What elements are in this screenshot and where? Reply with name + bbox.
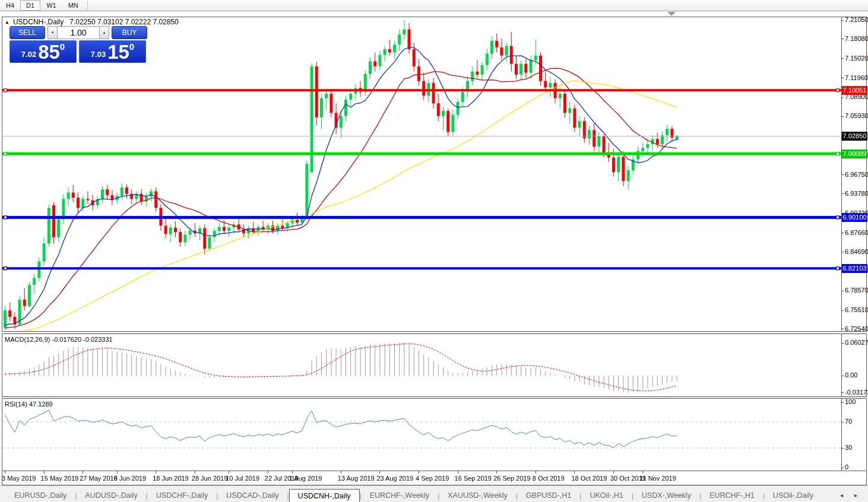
price-axis-tick bbox=[841, 291, 844, 291]
one-click-trading-widget: SELL ▾ ▴ BUY 7.02850 7.03150 bbox=[9, 26, 147, 63]
date-axis-label: 18 Jun 2019 bbox=[153, 475, 189, 482]
sell-price-panel[interactable]: 7.02850 bbox=[9, 40, 77, 63]
rsi-axis-tick bbox=[841, 402, 844, 403]
timeframe-button-h4[interactable]: H4 bbox=[0, 0, 20, 11]
mt4-window: H4D1W1MN ▲USDCNH-,Daily7.02250 7.03102 7… bbox=[0, 0, 868, 502]
sell-price-point: 0 bbox=[60, 42, 65, 52]
macd-axis-tick bbox=[841, 343, 844, 344]
tab-usoil-daily[interactable]: USOil-,Daily bbox=[765, 489, 822, 502]
price-axis-label: 6.93780 bbox=[845, 190, 868, 197]
date-axis-tick bbox=[292, 471, 293, 474]
tab-xauusd-weekly[interactable]: XAUUSD-,Weekly bbox=[439, 489, 515, 502]
tab-usdcnh-daily[interactable]: USDCNH-,Daily bbox=[289, 489, 360, 502]
volume-input[interactable] bbox=[58, 26, 99, 39]
date-axis-label: 27 May 2019 bbox=[80, 475, 118, 482]
tab-eurchf-h1[interactable]: EURCHF-,H1 bbox=[701, 489, 763, 502]
price-axis-label: 7.05930 bbox=[845, 112, 868, 119]
price-axis-tick bbox=[841, 116, 844, 117]
price-axis-tick bbox=[841, 78, 844, 78]
macd-axis-label: 0.00 bbox=[845, 371, 857, 379]
rsi-axis-tick bbox=[841, 468, 844, 468]
buy-price-panel[interactable]: 7.03150 bbox=[79, 40, 146, 63]
macd-values: -0.017620 -0.023331 bbox=[52, 336, 112, 343]
price-axis-label: 6.75510 bbox=[845, 306, 868, 313]
chart-tabs-bar: EURUSD-,Daily|AUDUSD-,Daily|USDCHF-,Dail… bbox=[0, 485, 868, 502]
tab-usdcad-daily[interactable]: USDCAD-,Daily bbox=[218, 489, 287, 502]
date-axis-tick bbox=[613, 471, 614, 474]
date-axis-label: 4 Sep 2019 bbox=[416, 475, 449, 482]
price-axis-tick bbox=[841, 252, 844, 252]
timeframe-button-w1[interactable]: W1 bbox=[40, 0, 62, 11]
rsi-axis-label: 100 bbox=[845, 398, 856, 405]
price-badge-7-00089: 7.00089 bbox=[842, 150, 867, 158]
date-axis-label: 10 Jul 2019 bbox=[226, 475, 259, 482]
main-price-chart[interactable] bbox=[2, 17, 841, 331]
date-axis-label: 1 Aug 2019 bbox=[289, 475, 322, 482]
price-axis-label: 7.15020 bbox=[845, 55, 868, 62]
volume-decrease-button[interactable]: ▾ bbox=[47, 26, 58, 39]
macd-axis-tick bbox=[841, 392, 844, 393]
date-axis-label: 23 Aug 2019 bbox=[376, 475, 413, 482]
date-axis-tick bbox=[536, 471, 536, 474]
price-axis-tick bbox=[841, 310, 844, 311]
collapse-arrow-icon[interactable]: ▲ bbox=[5, 20, 9, 25]
date-axis-label: 8 Oct 2019 bbox=[533, 475, 565, 482]
chart-title: USDCNH-,Daily bbox=[13, 18, 64, 26]
date-axis-label: 15 May 2019 bbox=[41, 475, 79, 482]
tab-scroll-right-icon[interactable]: ► bbox=[853, 493, 859, 498]
chart-ohlc-values: 7.02250 7.03102 7.02222 7.02850 bbox=[69, 18, 179, 26]
date-axis-label: 13 Aug 2019 bbox=[338, 475, 375, 482]
tab-eurusd-daily[interactable]: EURUSD-,Daily bbox=[6, 489, 75, 502]
rsi-indicator-pane[interactable] bbox=[2, 399, 841, 471]
rsi-label: RSI(14) 47.1289 bbox=[5, 401, 53, 408]
chart-shift-marker-icon[interactable] bbox=[667, 12, 676, 16]
price-axis-label: 7.21050 bbox=[845, 16, 868, 23]
tab-usdchf-daily[interactable]: USDCHF-,Daily bbox=[148, 489, 217, 502]
tab-ukoil-h1[interactable]: UKOil-,H1 bbox=[581, 489, 631, 502]
macd-axis-tick bbox=[841, 376, 844, 376]
buy-button[interactable]: BUY bbox=[112, 26, 147, 39]
date-axis-tick bbox=[379, 471, 380, 474]
tab-usdx-weekly[interactable]: USDX-,Weekly bbox=[633, 489, 699, 502]
date-axis-label: 18 Oct 2019 bbox=[571, 475, 607, 482]
date-axis-tick bbox=[642, 471, 643, 474]
date-axis-tick bbox=[496, 471, 497, 474]
timeframe-button-mn[interactable]: MN bbox=[62, 0, 84, 11]
chart-tabs: EURUSD-,Daily|AUDUSD-,Daily|USDCHF-,Dail… bbox=[6, 489, 822, 502]
price-axis-tick bbox=[841, 193, 844, 194]
timeframe-button-d1[interactable]: D1 bbox=[20, 0, 40, 11]
sell-button[interactable]: SELL bbox=[9, 26, 45, 39]
volume-increase-button[interactable]: ▴ bbox=[99, 26, 109, 39]
price-axis-tick bbox=[841, 174, 844, 175]
price-axis-tick bbox=[841, 20, 844, 21]
price-axis-tick bbox=[841, 329, 844, 329]
rsi-axis-tick bbox=[841, 422, 844, 422]
buy-price-integer: 7.03 bbox=[91, 50, 106, 59]
rsi-value: 47.1289 bbox=[29, 401, 53, 408]
price-badge-7-02850: 7.02850 bbox=[842, 132, 867, 141]
tab-gbpusd-h1[interactable]: GBPUSD-,H1 bbox=[518, 489, 579, 502]
tab-scroll-left-icon[interactable]: ◄ bbox=[839, 493, 844, 498]
toolbar-separator bbox=[87, 1, 88, 9]
macd-label: MACD(12,26,9) -0.017620 -0.023331 bbox=[5, 336, 113, 343]
rsi-axis-tick bbox=[841, 448, 844, 449]
date-axis-tick bbox=[195, 471, 195, 474]
date-axis-tick bbox=[5, 471, 5, 474]
buy-price-pips: 15 bbox=[107, 44, 129, 61]
price-badge-6-90100: 6.90100 bbox=[842, 213, 867, 222]
date-axis-tick bbox=[419, 471, 419, 474]
date-axis-label: 28 Jun 2019 bbox=[192, 475, 228, 482]
macd-indicator-pane[interactable] bbox=[2, 334, 841, 396]
price-axis-tick bbox=[841, 58, 844, 59]
price-axis-label: 6.84690 bbox=[845, 248, 868, 255]
macd-axis-label: -0.031725 bbox=[845, 389, 868, 396]
price-axis-tick bbox=[841, 233, 844, 233]
date-axis-tick bbox=[156, 471, 156, 474]
tab-audusd-daily[interactable]: AUDUSD-,Daily bbox=[77, 489, 145, 502]
tab-eurchf-weekly[interactable]: EURCHF-,Weekly bbox=[362, 489, 438, 502]
rsi-axis-label: 30 bbox=[845, 444, 852, 451]
date-axis-tick bbox=[341, 471, 341, 474]
buy-price-point: 0 bbox=[129, 42, 134, 52]
date-axis-tick bbox=[574, 471, 575, 474]
timeframe-toolbar: H4D1W1MN bbox=[0, 0, 868, 11]
